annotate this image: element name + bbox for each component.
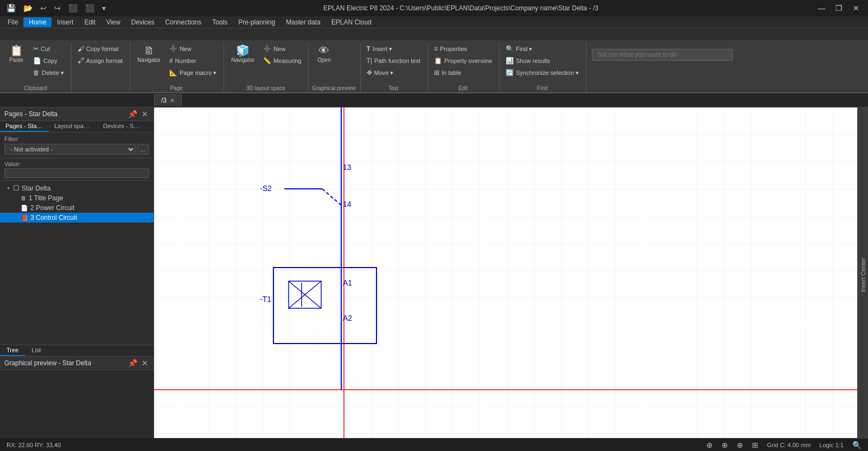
expand-icon-star-delta[interactable]: ▾ xyxy=(4,185,12,191)
move-button[interactable]: ✥ Move ▾ xyxy=(364,67,423,78)
tab-layout-space[interactable]: Layout space - ... xyxy=(49,121,98,132)
doc-tab-close[interactable]: ✕ xyxy=(170,97,175,104)
tab-tree[interactable]: Tree xyxy=(0,345,25,356)
menu-devices[interactable]: Devices xyxy=(126,17,160,27)
value-input[interactable] xyxy=(4,168,149,178)
window-controls[interactable]: — ❐ ✕ xyxy=(814,3,864,14)
show-results-button[interactable]: 📊 Show results xyxy=(503,55,582,66)
canvas-area[interactable]: 13 14 -S2 A1 A2 -T1 xyxy=(154,107,857,438)
status-icon-4[interactable]: ⊞ xyxy=(752,441,758,449)
quick-access-toolbar[interactable]: 💾 📂 ↩ ↪ ⬛ ⬛ ▾ xyxy=(4,3,108,14)
filter-label: Filter: xyxy=(4,136,149,142)
ribbon-group-find: 🔍 Find ▾ 📊 Show results 🔄 Synchronize se… xyxy=(501,42,586,92)
filter-select[interactable]: - Not activated - xyxy=(4,144,136,155)
new-3d-button[interactable]: ➕ New xyxy=(260,43,304,54)
status-icon-3[interactable]: ⊕ xyxy=(737,441,743,449)
copy-button[interactable]: 📄 Copy xyxy=(30,55,67,66)
menu-edit[interactable]: Edit xyxy=(79,17,101,27)
measuring-icon: 📏 xyxy=(263,57,271,65)
copy-format-button[interactable]: 🖌 Copy format xyxy=(75,43,125,54)
tree-item-power-circuit[interactable]: 📄 2 Power Circuit xyxy=(0,203,154,213)
preview-close-button[interactable]: ✕ xyxy=(141,359,149,367)
filter-options-button[interactable]: ... xyxy=(137,144,149,155)
save-btn[interactable]: 💾 xyxy=(4,3,18,14)
tree-label-control-circuit: 3 Control Circuit xyxy=(30,214,77,221)
tree-item-title-page[interactable]: 🗎 1 Title Page xyxy=(0,193,154,203)
zoom-icon[interactable]: 🔍 xyxy=(852,441,861,449)
menu-tools[interactable]: Tools xyxy=(207,17,233,27)
panel-close-button[interactable]: ✕ xyxy=(141,110,149,118)
doc-tab-3[interactable]: /3 ✕ xyxy=(154,94,182,106)
qa-btn4[interactable]: ⬛ xyxy=(83,3,97,14)
find-button[interactable]: 🔍 Find ▾ xyxy=(503,43,582,54)
page-macro-button[interactable]: 📐 Page macro ▾ xyxy=(167,67,219,78)
ribbon-group-clipboard: 📋 Paste ✂ Cut 📄 Copy 🗑 Delete ▾ xyxy=(2,42,72,92)
status-icon-2[interactable]: ⊕ xyxy=(722,441,728,449)
open-btn[interactable]: 📂 xyxy=(21,3,35,14)
in-table-label: In table xyxy=(442,69,461,76)
graphical-content: 👁 Open xyxy=(312,42,355,84)
maximize-button[interactable]: ❐ xyxy=(831,3,846,14)
menu-connections[interactable]: Connections xyxy=(160,17,207,27)
titlebar: 💾 📂 ↩ ↪ ⬛ ⬛ ▾ EPLAN Electric P8 2024 - C… xyxy=(0,0,868,16)
copy-format-label: Copy format xyxy=(86,46,119,52)
in-table-button[interactable]: ⊞ In table xyxy=(431,67,495,78)
insert-text-button[interactable]: T Insert ▾ xyxy=(364,43,423,54)
find-label: Find ▾ xyxy=(516,46,532,53)
edit-small-group: ≡ Properties 📋 Property overview ⊞ In ta… xyxy=(431,42,495,79)
measuring-label: Measuring xyxy=(273,58,301,64)
page-navigator-button[interactable]: 🗎 Navigator xyxy=(133,42,164,66)
search-input[interactable] xyxy=(592,49,733,61)
status-icon-1[interactable]: ⊕ xyxy=(706,441,713,449)
find-icon: 🔍 xyxy=(506,45,514,53)
tab-devices-star[interactable]: Devices - Star ... xyxy=(98,121,146,132)
tab-pages-star-delta[interactable]: Pages - Star D... xyxy=(0,121,49,132)
open-button[interactable]: 👁 Open xyxy=(312,42,336,66)
paste-button[interactable]: 📋 Paste xyxy=(4,42,28,66)
measuring-button[interactable]: 📏 Measuring xyxy=(260,55,304,66)
properties-button[interactable]: ≡ Properties xyxy=(431,43,495,54)
menu-file[interactable]: File xyxy=(2,17,23,27)
menu-insert[interactable]: Insert xyxy=(52,17,79,27)
property-overview-button[interactable]: 📋 Property overview xyxy=(431,55,495,66)
qa-dropdown[interactable]: ▾ xyxy=(100,3,108,14)
path-function-text-button[interactable]: T| Path function text xyxy=(364,55,423,66)
menu-view[interactable]: View xyxy=(101,17,126,27)
assign-format-button[interactable]: 🖍 Assign format xyxy=(75,55,125,66)
new-page-button[interactable]: ➕ New xyxy=(167,43,219,54)
number-button[interactable]: # Number xyxy=(167,55,219,66)
format-label xyxy=(75,90,125,92)
synchronize-selection-button[interactable]: 🔄 Synchronize selection ▾ xyxy=(503,67,582,78)
3d-small-group: ➕ New 📏 Measuring xyxy=(260,42,304,67)
value-label: Value: xyxy=(4,161,149,167)
filter-section: Filter: - Not activated - ... xyxy=(0,132,154,158)
page-navigator-label: Navigator xyxy=(137,57,161,63)
minimize-button[interactable]: — xyxy=(814,3,829,14)
cut-button[interactable]: ✂ Cut xyxy=(30,43,67,54)
menu-masterdata[interactable]: Master data xyxy=(280,17,326,27)
panel-pin-button[interactable]: 📌 xyxy=(127,110,138,118)
menu-eplancloud[interactable]: EPLAN Cloud xyxy=(326,17,377,27)
insert-center-panel[interactable]: Insert Center xyxy=(857,107,868,438)
tree-item-star-delta[interactable]: ▾ ☐ Star Delta xyxy=(0,183,154,193)
docbar: /3 ✕ xyxy=(0,93,868,107)
ribbon: 📋 Paste ✂ Cut 📄 Copy 🗑 Delete ▾ xyxy=(0,28,868,93)
clipboard-small-group: ✂ Cut 📄 Copy 🗑 Delete ▾ xyxy=(30,42,67,79)
tab-list[interactable]: List xyxy=(25,345,47,356)
graphical-preview-title: Graphical preview - Star Delta xyxy=(4,359,91,367)
preview-pin-button[interactable]: 📌 xyxy=(127,359,138,367)
value-section: Value: xyxy=(0,158,154,181)
3dlayout-content: 🧊 Navigator ➕ New 📏 Measuring xyxy=(227,42,304,84)
tree-item-control-circuit[interactable]: 📕 3 Control Circuit xyxy=(0,213,154,223)
redo-btn[interactable]: ↪ xyxy=(52,3,63,14)
graphical-preview-content xyxy=(0,370,154,439)
delete-button[interactable]: 🗑 Delete ▾ xyxy=(30,67,67,78)
close-button[interactable]: ✕ xyxy=(848,3,864,14)
menu-home[interactable]: Home xyxy=(23,17,52,27)
undo-btn[interactable]: ↩ xyxy=(38,3,49,14)
3d-navigator-button[interactable]: 🧊 Navigator xyxy=(227,42,258,66)
qa-btn3[interactable]: ⬛ xyxy=(66,3,80,14)
pages-panel-title: Pages - Star Delta xyxy=(4,110,58,118)
menu-preplanning[interactable]: Pre-planning xyxy=(233,17,280,27)
insert-center-label[interactable]: Insert Center xyxy=(859,256,867,295)
